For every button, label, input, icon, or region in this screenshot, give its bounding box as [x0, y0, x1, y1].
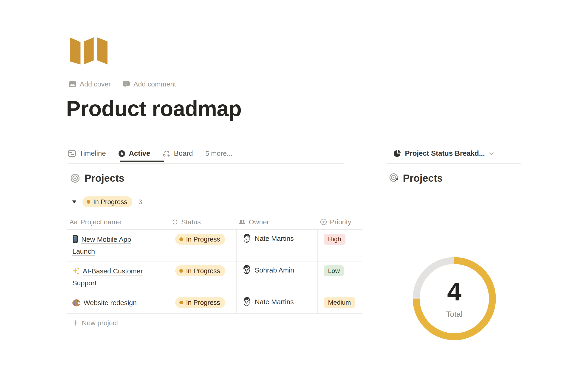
- column-header-owner[interactable]: Owner: [236, 215, 317, 230]
- linked-projects-heading-text[interactable]: Projects: [403, 173, 443, 184]
- priority-pill: High: [324, 234, 346, 245]
- group-status-pill[interactable]: In Progress: [82, 196, 132, 207]
- column-header-priority[interactable]: Priority: [317, 215, 362, 230]
- table-row-cell-priority[interactable]: Medium: [317, 293, 362, 314]
- pie-chart-icon: [394, 150, 401, 157]
- tabs-more-button[interactable]: 5 more...: [205, 150, 233, 157]
- image-icon: [69, 81, 76, 87]
- smartphone-emoji: [72, 235, 78, 243]
- text-type-icon: Aa: [69, 218, 78, 226]
- tab-board[interactable]: Board: [163, 149, 193, 158]
- column-label-project-name: Project name: [80, 218, 121, 226]
- column-header-status[interactable]: Status: [169, 215, 236, 230]
- add-cover-label: Add cover: [80, 80, 111, 88]
- star-circle-icon: [118, 150, 125, 157]
- view-tabs: Timeline Active Board 5 more...: [68, 146, 233, 161]
- target-icon: [70, 173, 80, 183]
- project-page-link[interactable]: AI-Based Customer Support: [72, 267, 143, 287]
- add-comment-label: Add comment: [133, 80, 176, 88]
- donut-total-value: 4: [447, 279, 461, 305]
- table-row-cell-name[interactable]: Website redesign: [67, 293, 169, 314]
- column-label-status: Status: [181, 218, 201, 226]
- tab-timeline[interactable]: Timeline: [68, 149, 106, 158]
- comment-icon: [123, 81, 130, 88]
- avatar-nate-martins: [242, 233, 251, 244]
- timeline-icon: [68, 150, 76, 157]
- new-project-label: New project: [82, 319, 118, 327]
- project-page-link[interactable]: Website redesign: [84, 299, 137, 307]
- column-header-project-name[interactable]: Aa Project name: [67, 215, 169, 230]
- table-row-cell-status[interactable]: In Progress: [169, 230, 236, 261]
- owner-name: Nate Martins: [255, 296, 294, 307]
- donut-total-label: Total: [446, 310, 463, 319]
- tabbar-divider-left: [68, 163, 344, 164]
- owner-name: Sohrab Amin: [255, 265, 294, 276]
- people-icon: [239, 219, 246, 225]
- owner-name: Nate Martins: [255, 233, 294, 244]
- linked-projects-heading: Projects: [389, 173, 443, 184]
- tabbar-divider-right: [386, 163, 521, 164]
- projects-section-heading: Projects: [70, 173, 124, 184]
- group-count: 3: [138, 198, 142, 206]
- map-icon[interactable]: [70, 36, 108, 65]
- priority-pill: Low: [324, 265, 344, 276]
- status-pill-label: In Progress: [186, 299, 220, 307]
- table-row-cell-priority[interactable]: Low: [317, 261, 362, 293]
- table-row-cell-owner[interactable]: Sohrab Amin: [236, 261, 317, 293]
- column-label-priority: Priority: [330, 218, 351, 226]
- plus-icon: [72, 320, 78, 326]
- table-row-cell-status[interactable]: In Progress: [169, 293, 236, 314]
- page-title[interactable]: Product roadmap: [66, 96, 242, 121]
- status-dot: [86, 200, 90, 204]
- priority-pill: Medium: [324, 297, 355, 308]
- active-tab-underline: [120, 161, 164, 162]
- palette-emoji: [72, 299, 81, 307]
- tab-active-label: Active: [129, 149, 150, 158]
- toggle-triangle-icon[interactable]: [72, 200, 77, 204]
- table-row-cell-owner[interactable]: Nate Martins: [236, 230, 317, 261]
- table-row-cell-owner[interactable]: Nate Martins: [236, 293, 317, 314]
- linked-view-title: Project Status Breakd...: [405, 149, 485, 158]
- project-page-link[interactable]: New Mobile App Launch: [72, 236, 131, 255]
- table-row-cell-name[interactable]: New Mobile App Launch: [67, 230, 169, 261]
- group-status-label: In Progress: [93, 198, 127, 206]
- status-dot: [179, 237, 183, 241]
- column-label-owner: Owner: [249, 218, 269, 226]
- avatar-nate-martins: [242, 296, 251, 307]
- sparkles-emoji: [72, 267, 80, 275]
- add-comment-button[interactable]: Add comment: [123, 80, 176, 88]
- projects-heading-text[interactable]: Projects: [85, 173, 124, 184]
- table-row-cell-status[interactable]: In Progress: [169, 261, 236, 293]
- page-actions: Add cover Add comment: [69, 80, 176, 88]
- table-row-cell-name[interactable]: AI-Based Customer Support: [67, 261, 169, 293]
- projects-table: Aa Project name Status: [67, 215, 362, 332]
- tab-active[interactable]: Active: [118, 149, 150, 158]
- new-project-button[interactable]: New project: [67, 314, 362, 332]
- table-row-cell-priority[interactable]: High: [317, 230, 362, 261]
- linked-view-switcher[interactable]: Project Status Breakd...: [394, 146, 494, 161]
- notion-page: Add cover Add comment Product roadmap Ti…: [0, 0, 588, 367]
- select-icon: [320, 219, 327, 225]
- tab-timeline-label: Timeline: [79, 149, 106, 158]
- avatar-sohrab-amin: [242, 265, 251, 275]
- status-dot: [179, 269, 183, 273]
- tab-board-label: Board: [174, 149, 193, 158]
- add-cover-button[interactable]: Add cover: [69, 80, 111, 88]
- board-icon: [163, 150, 170, 157]
- status-spinner-icon: [172, 219, 178, 225]
- status-pill-label: In Progress: [186, 267, 220, 275]
- status-pill-label: In Progress: [186, 236, 220, 243]
- chevron-down-icon: [489, 150, 494, 156]
- status-group-header: In Progress 3: [72, 196, 142, 208]
- status-dot: [179, 301, 183, 304]
- donut-center: 4 Total: [408, 253, 500, 344]
- target-arrow-icon: [389, 173, 400, 184]
